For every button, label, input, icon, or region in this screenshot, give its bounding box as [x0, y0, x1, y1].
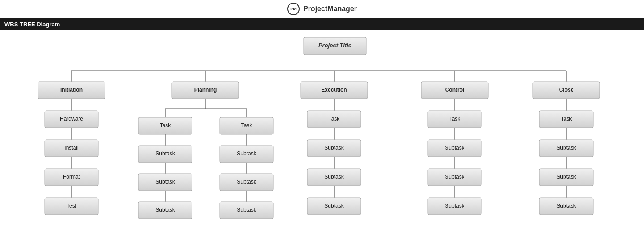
test-label: Test: [67, 203, 77, 209]
control-subtask1-label: Subtask: [445, 145, 464, 151]
hardware-label: Hardware: [60, 116, 83, 122]
top-bar: PM ProjectManager: [0, 0, 644, 18]
planning-task2-label: Task: [241, 122, 253, 129]
app-title: ProjectManager: [303, 5, 357, 13]
close-subtask3-label: Subtask: [556, 203, 576, 209]
close-subtask2-label: Subtask: [556, 174, 576, 180]
planning-subtask1b-label: Subtask: [155, 179, 175, 185]
execution-subtask1-label: Subtask: [324, 145, 344, 151]
control-subtask3-label: Subtask: [445, 203, 464, 209]
execution-subtask3-label: Subtask: [324, 203, 344, 209]
planning-subtask1c-label: Subtask: [155, 207, 175, 213]
initiation-label: Initiation: [60, 87, 83, 93]
control-label: Control: [445, 87, 464, 93]
close-label: Close: [559, 87, 574, 93]
close-task-label: Task: [561, 116, 573, 122]
control-task-label: Task: [449, 116, 461, 122]
format-label: Format: [63, 174, 80, 180]
execution-task-label: Task: [329, 116, 340, 122]
logo-circle: PM: [287, 3, 300, 15]
planning-subtask2a-label: Subtask: [237, 150, 256, 157]
page-header: WBS TREE Diagram: [0, 18, 644, 30]
execution-label: Execution: [321, 87, 347, 93]
root-label: Project Title: [318, 42, 351, 49]
planning-subtask2b-label: Subtask: [237, 179, 256, 185]
planning-task1-label: Task: [160, 122, 171, 129]
close-subtask1-label: Subtask: [556, 145, 576, 151]
diagram-area: Project Title Initiation Planning Execut…: [0, 30, 644, 235]
control-subtask2-label: Subtask: [445, 174, 464, 180]
planning-subtask2c-label: Subtask: [237, 207, 256, 213]
planning-label: Planning: [194, 87, 217, 93]
planning-subtask1a-label: Subtask: [155, 150, 175, 157]
install-label: Install: [64, 145, 78, 151]
execution-subtask2-label: Subtask: [324, 174, 344, 180]
